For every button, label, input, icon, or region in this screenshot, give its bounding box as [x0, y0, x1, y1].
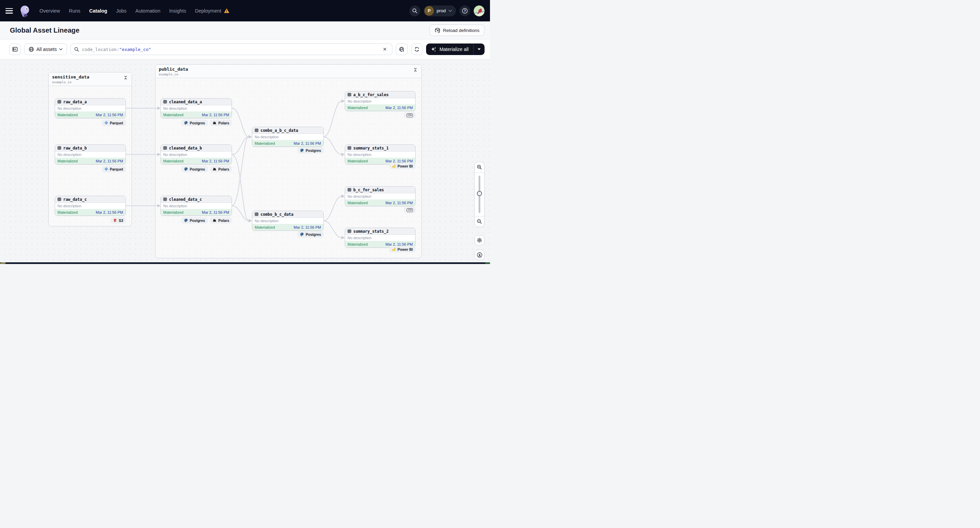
asset-node-cleaned-data-b[interactable]: cleaned_data_b No description Materializ… [161, 144, 232, 165]
zoom-slider[interactable] [475, 172, 484, 216]
node-description: No description [55, 152, 126, 158]
node-description: No description [55, 203, 126, 209]
sparkles-icon [431, 46, 437, 52]
polars-icon [213, 219, 216, 222]
new-tab-button[interactable] [396, 43, 408, 55]
reload-box-icon [434, 27, 441, 33]
asset-node-raw-data-a[interactable]: raw_data_a No description MaterializedMa… [55, 98, 126, 118]
status-badge: Materialized [57, 113, 78, 117]
asset-node-raw-data-c[interactable]: raw_data_c No description MaterializedMa… [55, 196, 126, 216]
deployment-switcher[interactable]: P prod [424, 5, 456, 16]
warning-icon [224, 8, 229, 13]
status-badge: Materialized [57, 159, 78, 163]
nav-links: Overview Runs Catalog Jobs Automation In… [40, 8, 229, 14]
kind-tag-csv[interactable]: CSV [404, 112, 415, 119]
asset-node-summary-stats-2[interactable]: summary_stats_2 No description Materiali… [345, 228, 415, 248]
materialize-options-button[interactable] [473, 43, 485, 55]
status-badge: Materialized [347, 159, 368, 163]
caret-down-icon [477, 48, 481, 50]
clear-search-button[interactable]: ✕ [381, 46, 389, 53]
collapse-group-icon[interactable] [123, 75, 128, 84]
search-button[interactable] [409, 5, 420, 16]
asset-node-b-c-for-sales[interactable]: b_c_for_sales No description Materialize… [345, 186, 415, 206]
materialization-timestamp: Mar 2, 11:56 PM [96, 210, 123, 214]
asset-node-raw-data-b[interactable]: raw_data_b No description MaterializedMa… [55, 144, 126, 165]
kind-tag-s3[interactable]: S3 [110, 217, 126, 224]
nav-item-jobs[interactable]: Jobs [116, 8, 127, 14]
download-button[interactable] [474, 250, 485, 260]
open-panel-button[interactable] [9, 43, 21, 55]
kind-tag-csv[interactable]: CSV [404, 207, 415, 213]
kind-tag-polars[interactable]: Polars [210, 120, 232, 126]
kind-tag-parquet[interactable]: Parquet [102, 120, 126, 126]
menu-icon[interactable] [5, 8, 13, 14]
materialize-all-button[interactable]: Materialize all [426, 43, 473, 55]
status-badge: Materialized [163, 159, 183, 163]
dagster-logo-icon[interactable] [18, 5, 31, 17]
polars-icon [213, 121, 216, 125]
nav-item-overview[interactable]: Overview [40, 8, 60, 14]
asset-node-summary-stats-1[interactable]: summary_stats_1 No description Materiali… [345, 144, 415, 165]
kind-tag-postgres[interactable]: Postgres [297, 231, 324, 238]
nav-item-deployment[interactable]: Deployment [195, 8, 229, 14]
search-input[interactable]: code_location:"example_co" ✕ [70, 43, 392, 55]
zoom-slider-handle[interactable] [477, 191, 482, 196]
node-description: No description [345, 98, 415, 104]
node-description: No description [55, 105, 126, 111]
kind-tag-polars[interactable]: Polars [210, 166, 232, 172]
node-description: No description [252, 134, 323, 140]
nav-item-insights[interactable]: Insights [169, 8, 186, 14]
polars-icon [213, 167, 216, 171]
lineage-canvas[interactable]: sensitive_data example_co public_data ex… [0, 59, 490, 264]
kind-tag-postgres[interactable]: Postgres [181, 166, 208, 172]
status-badge: Materialized [347, 242, 368, 246]
node-description: No description [345, 235, 415, 241]
asset-node-cleaned-data-a[interactable]: cleaned_data_a No description Materializ… [161, 98, 232, 118]
nav-item-catalog[interactable]: Catalog [89, 8, 107, 14]
globe-plus-icon [399, 46, 405, 52]
kind-tag-polars[interactable]: Polars [210, 217, 232, 224]
help-icon: ? [462, 8, 468, 14]
kind-tag-postgres[interactable]: Postgres [181, 217, 208, 224]
nav-item-runs[interactable]: Runs [69, 8, 80, 14]
kind-tag-powerbi[interactable]: Power BI [389, 246, 415, 252]
materialization-timestamp: Mar 2, 11:56 PM [202, 210, 229, 214]
table-icon [347, 146, 351, 150]
table-icon [347, 229, 351, 233]
kind-tag-parquet[interactable]: Parquet [102, 166, 126, 172]
node-description: No description [161, 152, 232, 158]
asset-node-a-b-c-for-sales[interactable]: a_b_c_for_sales No description Materiali… [345, 91, 415, 111]
table-icon [347, 93, 351, 97]
asset-node-combo-b-c-data[interactable]: combo_b_c_data No description Materializ… [252, 211, 324, 231]
postgres-icon [184, 121, 188, 125]
minimap-peek[interactable] [0, 262, 490, 264]
reload-definitions-button[interactable]: Reload definitions [430, 24, 485, 36]
nav-item-automation[interactable]: Automation [135, 8, 160, 14]
download-icon [477, 252, 482, 258]
status-badge: Materialized [255, 225, 275, 229]
table-icon [255, 128, 258, 132]
collapse-group-icon[interactable] [413, 67, 418, 76]
gear-icon [477, 238, 482, 243]
refresh-button[interactable] [411, 43, 423, 55]
kind-tag-postgres[interactable]: Postgres [297, 147, 324, 154]
asset-node-cleaned-data-c[interactable]: cleaned_data_c No description Materializ… [161, 196, 232, 216]
group-location: example_co [159, 72, 188, 76]
kind-tag-postgres[interactable]: Postgres [181, 120, 208, 126]
s3-icon [113, 219, 117, 222]
deployment-avatar: P [424, 6, 434, 16]
kind-tag-powerbi[interactable]: Power BI [389, 163, 415, 169]
asset-node-combo-a-b-c-data[interactable]: combo_a_b_c_data No description Material… [252, 127, 324, 147]
search-query-prefix: code_location: [82, 47, 119, 52]
user-avatar[interactable] [474, 5, 485, 16]
zoom-in-button[interactable] [475, 162, 484, 172]
postgres-icon [300, 149, 304, 152]
graph-settings-button[interactable] [474, 235, 485, 245]
asset-filter-dropdown[interactable]: All assets [24, 43, 67, 55]
chevron-down-icon [59, 48, 62, 50]
zoom-out-button[interactable] [475, 216, 484, 227]
table-icon [57, 197, 61, 201]
materialization-timestamp: Mar 2, 11:56 PM [96, 113, 123, 117]
svg-text:?: ? [464, 9, 466, 13]
help-button[interactable]: ? [460, 5, 470, 16]
